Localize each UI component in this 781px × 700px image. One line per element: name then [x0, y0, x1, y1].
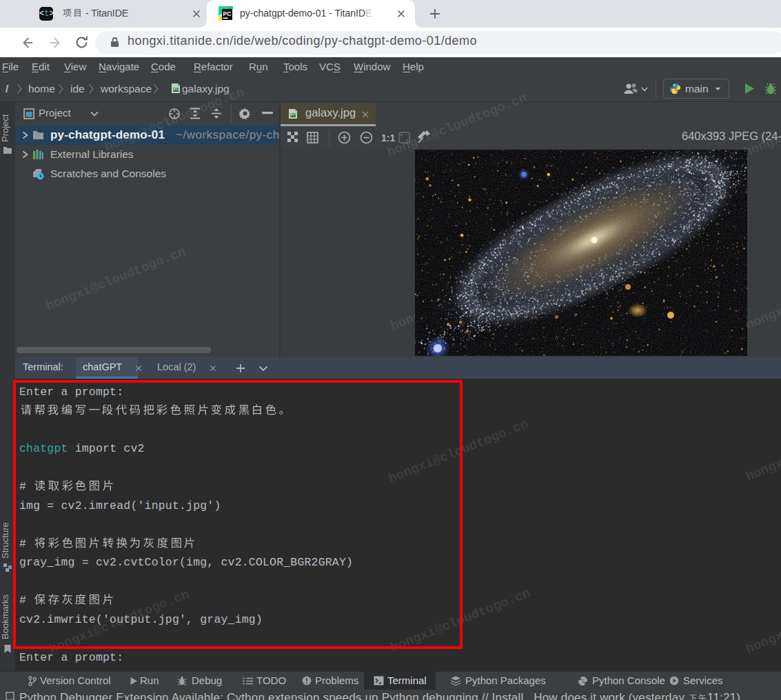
svg-text:PC: PC — [223, 10, 232, 17]
